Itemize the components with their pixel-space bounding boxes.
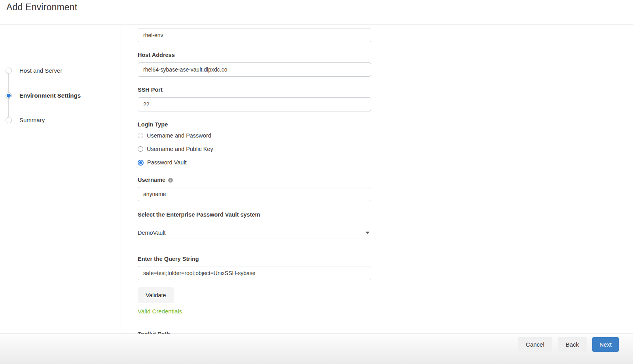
username-input[interactable] — [138, 187, 371, 201]
validate-button[interactable]: Validate — [138, 287, 174, 303]
query-string-label: Enter the Query String — [138, 256, 199, 262]
back-button[interactable]: Back — [558, 337, 587, 352]
host-address-label: Host Address — [138, 52, 175, 58]
username-label-row: Usernamei — [138, 177, 173, 183]
clipped-next-field-label: Toolkit Path — [138, 331, 256, 334]
radio-label: Username and Public Key — [147, 146, 213, 152]
query-string-input[interactable] — [138, 266, 371, 280]
radio-password-vault[interactable]: Password Vault — [138, 159, 187, 166]
step-incomplete-circle-icon — [6, 68, 12, 74]
step-active-circle-icon — [6, 92, 12, 99]
radio-username-and-password[interactable]: Username and Password — [138, 132, 211, 139]
radio-label: Password Vault — [147, 159, 187, 166]
radio-unselected-icon — [138, 133, 143, 138]
environment-name-input[interactable] — [138, 28, 371, 42]
ssh-port-label: SSH Port — [138, 87, 163, 93]
step-label: Environment Settings — [19, 92, 81, 99]
ssh-port-input[interactable] — [138, 97, 371, 111]
username-label: Username — [138, 177, 165, 183]
vault-system-selected-value: DemoVault — [138, 230, 166, 236]
radio-unselected-icon — [138, 146, 143, 152]
radio-username-and-public-key[interactable]: Username and Public Key — [138, 145, 213, 153]
radio-selected-icon — [138, 160, 144, 166]
radio-label: Username and Password — [147, 132, 211, 139]
wizard-stepper-sidebar: Host and Server Environment Settings Sum… — [0, 25, 121, 334]
footer-buttons: Cancel Back Next — [518, 337, 619, 352]
page-title: Add Environment — [6, 2, 77, 13]
caret-down-icon — [366, 232, 370, 234]
clipped-next-field: Toolkit Path — [138, 331, 256, 334]
footer-action-bar: Cancel Back Next — [0, 334, 633, 364]
vault-system-select[interactable]: DemoVault — [138, 227, 371, 238]
validation-status-text: Valid Credentials — [138, 308, 182, 315]
vault-system-label: Select the Enterprise Password Vault sys… — [138, 211, 260, 218]
login-type-label: Login Type — [138, 121, 168, 128]
step-incomplete-circle-icon — [6, 117, 12, 123]
step-label: Host and Server — [19, 67, 62, 74]
host-address-input[interactable] — [138, 62, 371, 77]
step-label: Summary — [19, 117, 45, 123]
stepper-step-host-and-server[interactable]: Host and Server — [0, 67, 121, 74]
stepper-step-summary[interactable]: Summary — [0, 117, 121, 123]
next-button[interactable]: Next — [592, 337, 619, 352]
cancel-button[interactable]: Cancel — [518, 337, 552, 352]
add-environment-wizard: Add Environment Host and Server Environm… — [0, 0, 633, 364]
stepper-step-environment-settings[interactable]: Environment Settings — [0, 92, 121, 99]
info-icon[interactable]: i — [168, 178, 173, 183]
